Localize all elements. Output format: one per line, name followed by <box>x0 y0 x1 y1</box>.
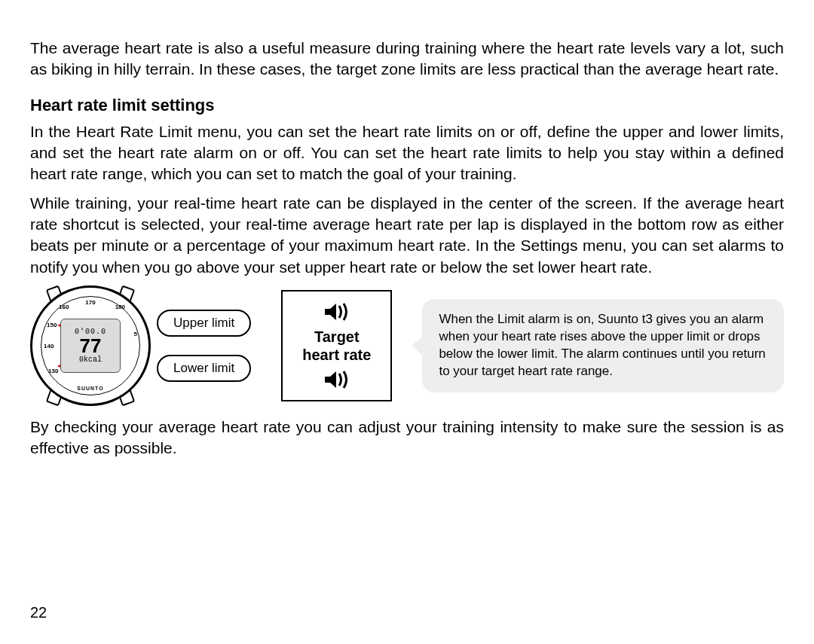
paragraph-4: By checking your average heart rate you … <box>30 417 784 459</box>
paragraph-3: While training, your real-time heart rat… <box>30 193 784 278</box>
watch-main-readout: 77 <box>80 336 102 356</box>
figure-row: 170 160 180 150 140 130 5 0'00.0 77 0kca… <box>30 285 784 406</box>
target-heart-rate-text: Target heart rate <box>302 328 371 364</box>
paragraph-2: In the Heart Rate Limit menu, you can se… <box>30 121 784 185</box>
watch-illustration: 170 160 180 150 140 130 5 0'00.0 77 0kca… <box>30 285 151 406</box>
target-heart-rate-box: Target heart rate <box>281 290 392 401</box>
alarm-callout: When the Limit alarm is on, Suunto t3 gi… <box>422 299 784 392</box>
svg-marker-1 <box>325 371 336 388</box>
alarm-lower-icon <box>323 370 350 389</box>
intro-paragraph: The average heart rate is also a useful … <box>30 38 784 81</box>
svg-marker-0 <box>325 304 336 320</box>
watch-bottom-readout: 0kcal <box>79 356 102 364</box>
limit-labels: Upper limit Lower limit <box>157 310 251 382</box>
page-number: 22 <box>30 604 47 621</box>
section-heading: Heart rate limit settings <box>30 96 784 115</box>
lower-limit-label: Lower limit <box>157 355 251 382</box>
watch-brand-label: SUUNTO <box>77 386 103 391</box>
upper-limit-label: Upper limit <box>157 310 251 337</box>
alarm-upper-icon <box>323 302 350 322</box>
